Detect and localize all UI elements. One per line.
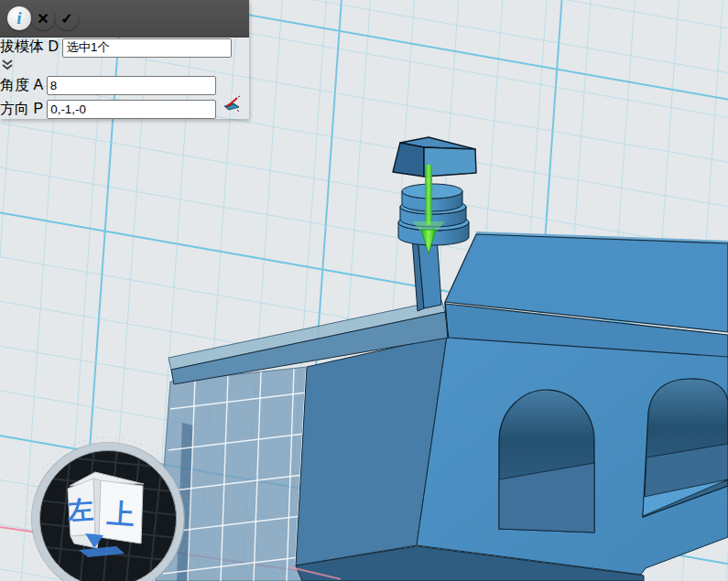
- model-roof-right[interactable]: [445, 231, 728, 357]
- model-chimney-cap-box[interactable]: [393, 137, 476, 177]
- dialog-title-bar[interactable]: i ✕ ✓: [0, 0, 249, 38]
- double-chevron-down-icon[interactable]: [0, 59, 15, 75]
- dialog-body: 拔模体 D 角度 A 方向 P: [0, 38, 249, 119]
- angle-label: 角度 A: [0, 77, 42, 92]
- cad-application-window: { "dialog": { "glyphs": { "info": "i", "…: [0, 0, 728, 581]
- field-row-direction: 方向 P: [0, 95, 249, 119]
- model-arch-opening-1[interactable]: [499, 390, 594, 533]
- view-cube-label-top[interactable]: 上: [106, 498, 136, 530]
- confirm-button[interactable]: ✓: [55, 6, 79, 30]
- direction-picker-icon[interactable]: [221, 101, 241, 116]
- draft-body-label: 拔模体 D: [0, 38, 59, 54]
- field-row-draft-body: 拔模体 D: [0, 38, 249, 76]
- draft-command-dialog: i ✕ ✓ 拔模体 D 角度 A 方向 P: [0, 0, 249, 119]
- info-icon[interactable]: i: [7, 6, 31, 30]
- direction-label: 方向 P: [0, 101, 43, 116]
- cancel-button[interactable]: ✕: [31, 6, 55, 30]
- direction-input[interactable]: [47, 100, 216, 119]
- view-cube-label-left[interactable]: 左: [66, 495, 94, 525]
- angle-input[interactable]: [47, 76, 216, 95]
- field-row-angle: 角度 A: [0, 76, 249, 95]
- draft-body-input[interactable]: [62, 38, 232, 58]
